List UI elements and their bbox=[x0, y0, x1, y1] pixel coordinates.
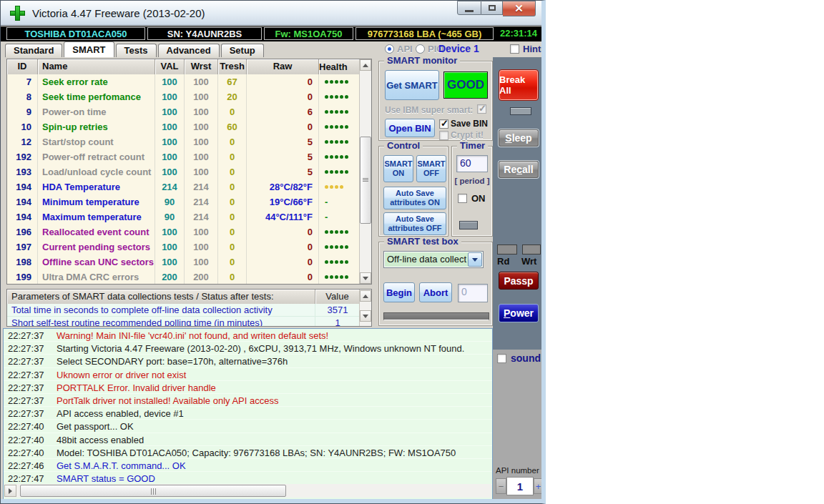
smart-table-scrollbar[interactable] bbox=[359, 59, 371, 284]
log-message: PortTalk driver not installed! Available… bbox=[48, 395, 278, 407]
log-message: API access enabled, device #1 bbox=[48, 407, 184, 420]
cell-raw: 0 bbox=[247, 224, 319, 239]
cell-id: 199 bbox=[7, 270, 38, 284]
maximize-button[interactable] bbox=[481, 1, 503, 15]
column-header-health[interactable]: Health bbox=[319, 59, 360, 74]
hints-checkbox[interactable] bbox=[510, 44, 519, 54]
smart-row[interactable]: 12Start/stop count10010005 bbox=[7, 134, 360, 149]
scrollbar-thumb[interactable] bbox=[20, 485, 286, 497]
api-number-decrement-button[interactable]: − bbox=[496, 478, 506, 494]
health-dash: - bbox=[325, 194, 328, 209]
cell-name: Seek time perfomance bbox=[38, 89, 155, 104]
scrollbar-thumb[interactable] bbox=[360, 137, 371, 224]
param-text: Short self-test routine recommended poll… bbox=[7, 317, 315, 327]
column-header-raw[interactable]: Raw bbox=[247, 59, 319, 74]
timer-on-checkbox[interactable] bbox=[458, 194, 467, 203]
break-all-button[interactable]: Break All bbox=[499, 69, 539, 101]
test-type-dropdown[interactable]: Off-line data collect bbox=[383, 251, 484, 268]
column-header-val[interactable]: VAL bbox=[155, 59, 185, 74]
api-radio[interactable] bbox=[385, 44, 394, 54]
log-horizontal-scrollbar[interactable] bbox=[4, 484, 491, 498]
abort-test-button[interactable]: Abort bbox=[419, 282, 452, 302]
column-header-wrst[interactable]: Wrst bbox=[185, 59, 218, 74]
tab-standard[interactable]: Standard bbox=[5, 44, 62, 57]
param-value: 1 bbox=[315, 317, 360, 327]
power-button[interactable]: Power bbox=[499, 304, 539, 322]
autosave-attributes-off-button[interactable]: Auto Save attributes OFF bbox=[383, 212, 446, 235]
smart-row[interactable]: 193Load/unload cycle count10010005 bbox=[7, 164, 360, 179]
health-dot-icon bbox=[345, 275, 348, 279]
smart-on-button[interactable]: SMART ON bbox=[383, 155, 413, 182]
param-row[interactable]: Total time in seconds to complete off-li… bbox=[7, 304, 360, 317]
health-dot-icon bbox=[340, 245, 343, 249]
cell-wrst: 100 bbox=[185, 74, 218, 89]
smart-row[interactable]: 199Ultra DMA CRC errors20020000 bbox=[7, 270, 360, 284]
arrow-down-icon bbox=[363, 277, 368, 280]
drive-firmware: Fw: MS1OA750 bbox=[264, 27, 353, 40]
scroll-up-button[interactable] bbox=[360, 290, 371, 302]
close-button[interactable]: ✕ bbox=[503, 1, 536, 16]
log-line: 22:27:4048bit access enabled bbox=[4, 433, 492, 446]
health-dot-icon bbox=[335, 80, 338, 84]
smart-row[interactable]: 197Current pending sectors10010000 bbox=[7, 239, 360, 255]
smart-row[interactable]: 9Power-on time10010006 bbox=[7, 104, 360, 119]
tab-smart[interactable]: SMART bbox=[64, 41, 114, 57]
scroll-right-button[interactable] bbox=[4, 485, 16, 497]
scroll-down-button[interactable] bbox=[360, 310, 371, 322]
victoria-app-window: Victoria 4.47 Freeware (2013-02-20) ✕ TO… bbox=[0, 0, 546, 504]
recall-button[interactable]: Recall bbox=[499, 161, 539, 178]
cell-val: 100 bbox=[155, 224, 185, 239]
smart-row[interactable]: 196Reallocated event count10010000 bbox=[7, 224, 360, 239]
smart-row[interactable]: 7Seek error rate100100670 bbox=[7, 74, 360, 89]
cell-health bbox=[319, 270, 360, 284]
pio-radio[interactable] bbox=[416, 44, 425, 54]
smart-row[interactable]: 8Seek time perfomance100100200 bbox=[7, 89, 360, 104]
scroll-down-button[interactable] bbox=[360, 272, 371, 284]
smart-row[interactable]: 198Offline scan UNC sectors10010000 bbox=[7, 255, 360, 270]
cell-wrst: 100 bbox=[185, 134, 218, 149]
save-bin-label: Save BIN bbox=[451, 119, 488, 129]
begin-test-button[interactable]: Begin bbox=[383, 282, 415, 302]
smart-row[interactable]: 194Minimum temperature90214019°C/66°F- bbox=[7, 194, 360, 209]
minimize-button[interactable] bbox=[457, 1, 481, 15]
health-dot-icon bbox=[345, 110, 348, 114]
smart-status-badge: GOOD bbox=[443, 71, 488, 99]
params-header: Parameters of SMART data collections tes… bbox=[7, 290, 315, 304]
dropdown-arrow-button[interactable] bbox=[468, 252, 482, 267]
param-row[interactable]: Short self-test routine recommended poll… bbox=[7, 317, 360, 327]
autosave-attributes-on-button[interactable]: Auto Save attributes ON bbox=[383, 187, 446, 209]
cell-health bbox=[319, 119, 360, 134]
cell-wrst: 100 bbox=[185, 255, 218, 270]
test-counter-field[interactable]: 0 bbox=[458, 284, 488, 302]
smart-off-button[interactable]: SMART OFF bbox=[416, 155, 446, 182]
health-dot-icon bbox=[325, 245, 328, 249]
tab-advanced[interactable]: Advanced bbox=[158, 44, 220, 57]
column-header-name[interactable]: Name bbox=[38, 59, 155, 74]
log-line: 22:27:37Select SECONDARY port: base=170h… bbox=[4, 355, 492, 367]
scroll-up-button[interactable] bbox=[360, 59, 371, 71]
api-number-increment-button[interactable]: + bbox=[534, 478, 543, 494]
smart-row[interactable]: 194HDA Temperature214214028°C/82°F bbox=[7, 179, 360, 194]
param-value: 3571 bbox=[315, 304, 360, 316]
timer-period-input[interactable]: 60 bbox=[456, 155, 488, 172]
cell-id: 10 bbox=[7, 119, 38, 134]
log-timestamp: 22:27:37 bbox=[4, 355, 48, 367]
cell-raw: 28°C/82°F bbox=[247, 179, 319, 194]
tab-setup[interactable]: Setup bbox=[221, 44, 264, 57]
smart-row[interactable]: 194Maximum temperature90214044°C/111°F- bbox=[7, 209, 360, 224]
smart-row[interactable]: 192Power-off retract count10010005 bbox=[7, 149, 360, 164]
params-scrollbar[interactable] bbox=[359, 290, 371, 326]
log-message: Get S.M.A.R.T. command... OK bbox=[48, 460, 186, 472]
column-header-tresh[interactable]: Tresh bbox=[218, 59, 247, 74]
get-smart-button[interactable]: Get SMART bbox=[385, 70, 439, 100]
smart-row[interactable]: 10Spin-up retries100100600 bbox=[7, 119, 360, 134]
open-bin-button[interactable]: Open BIN bbox=[385, 119, 435, 137]
passport-button[interactable]: Passp bbox=[499, 272, 539, 290]
save-bin-checkbox[interactable] bbox=[439, 119, 448, 129]
column-header-id[interactable]: ID bbox=[7, 59, 38, 74]
sound-checkbox[interactable] bbox=[497, 354, 506, 363]
cell-raw: 6 bbox=[247, 104, 319, 119]
tab-tests[interactable]: Tests bbox=[116, 44, 157, 57]
timer-period-label: [ period ] bbox=[452, 177, 492, 185]
sleep-button[interactable]: Sleep bbox=[499, 129, 539, 147]
